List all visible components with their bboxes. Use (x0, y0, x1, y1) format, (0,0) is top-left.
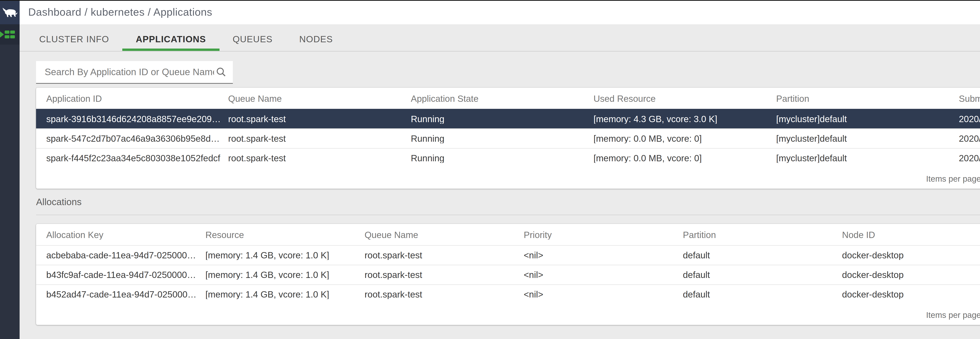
col-queue-name: Queue Name (228, 93, 411, 103)
breadcrumb: Dashboard / kubernetes / Applications (28, 6, 212, 18)
main-content: CLUSTER INFO APPLICATIONS QUEUES NODES A… (20, 24, 980, 339)
items-per-page-label: Items per page: (926, 173, 980, 183)
col-used-resource: Used Resource (593, 93, 776, 103)
col-queue-name: Queue Name (364, 230, 524, 239)
items-per-page-label: Items per page: (926, 310, 980, 319)
search-input[interactable] (43, 66, 216, 78)
col-partition: Partition (776, 93, 959, 103)
tab-queues[interactable]: QUEUES (220, 24, 286, 51)
allocation-row[interactable]: b43fc9af-cade-11ea-94d7-025000000001 [me… (36, 265, 980, 284)
active-tab-underline (123, 49, 220, 51)
sidebar (0, 0, 20, 339)
col-partition: Partition (683, 230, 842, 239)
search-wrap (36, 61, 980, 84)
tabbar: CLUSTER INFO APPLICATIONS QUEUES NODES (20, 24, 980, 52)
sidebar-item-dashboard[interactable] (0, 24, 20, 44)
tab-nodes[interactable]: NODES (286, 24, 346, 51)
application-row[interactable]: spark-f445f2c23aa34e5c803038e1052fedcf r… (36, 148, 980, 168)
allocations-section-title: Allocations (36, 196, 980, 215)
col-application-id: Application ID (46, 93, 228, 103)
active-nav-arrow-icon (0, 31, 4, 38)
search-field[interactable] (36, 61, 233, 84)
col-allocation-key: Allocation Key (46, 230, 205, 239)
tab-cluster-info[interactable]: CLUSTER INFO (26, 24, 123, 51)
col-resource: Resource (205, 230, 364, 239)
dashboard-grid-icon (5, 31, 15, 38)
col-priority: Priority (524, 230, 683, 239)
applications-table-header: Application ID Queue Name Application St… (36, 88, 980, 109)
allocation-row[interactable]: b452ad47-cade-11ea-94d7-025000000001 [me… (36, 284, 980, 304)
col-application-state: Application State (411, 93, 593, 103)
window-top-edge (0, 0, 980, 1)
application-row-selected[interactable]: spark-3916b3146d624208a8857ee9e209aa15 r… (36, 109, 980, 128)
yunikorn-horse-logo-icon (2, 6, 18, 18)
tab-applications[interactable]: APPLICATIONS (123, 24, 220, 51)
col-node-id: Node ID (842, 230, 980, 239)
col-submission-time-sortable[interactable]: Submission Time ↓ (959, 93, 980, 103)
appbar: Dashboard / kubernetes / Applications (20, 0, 980, 24)
yunikorn-console: Dashboard / kubernetes / Applications CL… (0, 0, 980, 339)
application-row[interactable]: spark-547c2d7b07ac46a9a36306b95e8d4ad7 r… (36, 128, 980, 148)
applications-table-card: Application ID Queue Name Application St… (36, 88, 980, 189)
allocations-table-card: Allocation Key Resource Queue Name Prior… (36, 224, 980, 325)
logo-block[interactable] (0, 0, 20, 24)
applications-paginator: Items per page: 10 1 – 3 of 3 (36, 168, 980, 189)
allocation-row[interactable]: acbebaba-cade-11ea-94d7-025000000001 [me… (36, 245, 980, 265)
search-icon (216, 67, 227, 78)
allocations-table-header: Allocation Key Resource Queue Name Prior… (36, 224, 980, 245)
allocations-paginator: Items per page: 10 1 – 3 of 3 (36, 304, 980, 325)
